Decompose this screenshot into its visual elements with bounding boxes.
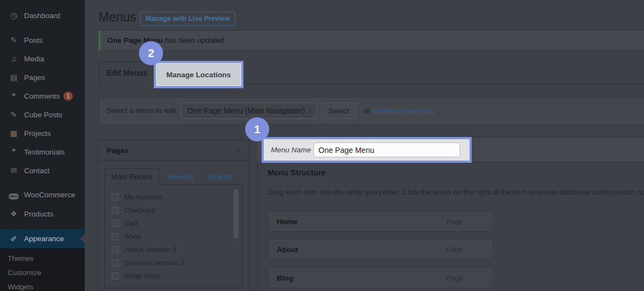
menu-item-about[interactable]: About Page▼ — [268, 239, 493, 260]
sidebar-item-testimonials[interactable]: ❞Testimonials — [0, 142, 85, 161]
pages-checklist: My Account Checkout Cart Shop About Vers… — [105, 184, 242, 288]
sidebar-item-cube-posts[interactable]: ✎Cube Posts — [0, 105, 85, 124]
comments-count-badge: 1 — [63, 92, 73, 101]
sidebar-item-projects[interactable]: ▦Projects — [0, 124, 85, 142]
sidebar-item-label: Cube Posts — [24, 111, 62, 119]
tab-view-all[interactable]: View All — [161, 169, 199, 185]
step-2-callout: 2 — [139, 41, 163, 65]
tab-manage-locations[interactable]: Manage Locations — [154, 61, 243, 88]
checkbox-my-account[interactable] — [112, 193, 119, 201]
menu-item-type: Page — [446, 218, 463, 226]
checklist-row: Shop Wide — [112, 269, 242, 282]
sidebar-item-label: Media — [24, 55, 44, 63]
select-menu-button[interactable]: Select — [321, 102, 356, 119]
or-create-menu-text: or create a new menu. — [364, 98, 437, 124]
sidebar-item-contact[interactable]: ✉Contact — [0, 161, 85, 180]
tab-most-recent[interactable]: Most Recent — [105, 168, 159, 185]
checkbox-label: Services version 3 — [124, 259, 184, 267]
admin-sidebar: ◷Dashboard ✎Posts ♫Media ▤Pages ❝Comment… — [0, 0, 85, 291]
submenu-item-themes[interactable]: Themes — [0, 252, 85, 266]
sidebar-item-label: Products — [24, 210, 53, 218]
tab-manage-locations-label: Manage Locations — [166, 71, 231, 79]
envelope-icon: ✉ — [7, 166, 20, 175]
submenu-item-widgets[interactable]: Widgets — [0, 280, 85, 291]
sidebar-item-label: Contact — [24, 167, 50, 175]
pages-panel-header[interactable]: Pages ▲ — [98, 140, 249, 161]
woocommerce-icon: Woo — [7, 190, 20, 199]
active-menu-arrow — [80, 235, 85, 243]
pages-panel-title: Pages — [107, 140, 129, 161]
pages-accordion-panel: Pages ▲ Most Recent View All Search My A… — [97, 140, 250, 291]
notice-text: has been updated. — [163, 36, 226, 44]
checklist-row: Services version 3 — [112, 256, 242, 269]
pushpin-icon: ✎ — [7, 36, 20, 44]
paintbrush-icon: ✐ — [7, 235, 20, 243]
checkbox-label: Shop Wide — [124, 272, 160, 280]
sidebar-item-posts[interactable]: ✎Posts — [0, 31, 85, 49]
checkbox-checkout[interactable] — [112, 207, 119, 214]
dropdown-updown-icon: ▲▼ — [308, 107, 312, 115]
checkbox-label: My Account — [124, 193, 163, 201]
menu-item-title: Home — [277, 218, 298, 226]
sidebar-item-products[interactable]: ❖Products — [0, 204, 85, 223]
checkbox-label: Cart — [124, 219, 138, 227]
sidebar-item-appearance[interactable]: ✐Appearance — [0, 229, 85, 248]
checklist-row: Shop — [112, 230, 242, 243]
tab-edit-menus[interactable]: Edit Menus — [99, 61, 155, 84]
sidebar-item-label: Dashboard — [24, 12, 60, 20]
menu-name-input[interactable] — [314, 142, 460, 157]
menu-item-title: About — [277, 246, 298, 254]
menu-select-bar: Select a menu to edit: One Page Menu (Ma… — [98, 97, 644, 124]
menu-name-label: Menu Name — [271, 146, 314, 154]
tab-search[interactable]: Search — [202, 169, 237, 185]
sidebar-item-pages[interactable]: ▤Pages — [0, 68, 85, 87]
comment-bubble-icon: ❝ — [7, 92, 20, 100]
checklist-scrollbar[interactable] — [234, 189, 239, 238]
sidebar-item-label: Comments — [24, 92, 60, 100]
product-box-icon: ❖ — [7, 209, 20, 218]
wordpress-admin-menus-screen: ◷Dashboard ✎Posts ♫Media ▤Pages ❝Comment… — [0, 0, 644, 291]
checklist-row: My Account — [112, 190, 242, 203]
sidebar-item-comments[interactable]: ❝Comments1 — [0, 87, 85, 105]
manage-live-preview-button[interactable]: Manage with Live Preview — [140, 12, 235, 26]
checkbox-cart[interactable] — [112, 220, 119, 227]
expand-arrow-icon[interactable]: ▼ — [478, 219, 484, 225]
checkbox-label: About Version 3 — [124, 246, 176, 254]
media-icon: ♫ — [7, 54, 20, 63]
checkbox-label: Shop — [124, 232, 142, 241]
sidebar-item-woocommerce[interactable]: WooWooCommerce — [0, 185, 85, 204]
sidebar-item-dashboard[interactable]: ◷Dashboard — [0, 6, 85, 25]
sidebar-item-label: Appearance — [24, 235, 64, 243]
sidebar-item-label: Pages — [24, 73, 45, 82]
expand-arrow-icon[interactable]: ▼ — [478, 275, 484, 281]
menu-select-dropdown[interactable]: One Page Menu (Main Navigation) ▲▼ — [181, 102, 317, 119]
menu-item-home[interactable]: Home Page▼ — [268, 211, 493, 232]
expand-arrow-icon[interactable]: ▼ — [478, 247, 484, 253]
submenu-item-customize[interactable]: Customize — [0, 266, 85, 280]
checkbox-shop-wide[interactable] — [112, 272, 119, 279]
checkbox-label: Checkout — [124, 206, 155, 214]
checkbox-shop[interactable] — [112, 233, 119, 240]
menu-item-title: Blog — [277, 274, 293, 282]
collapse-arrow-icon[interactable]: ▲ — [236, 140, 241, 161]
dashboard-icon: ◷ — [7, 11, 20, 20]
pages-panel-body: Most Recent View All Search My Account C… — [98, 161, 249, 288]
menu-item-blog[interactable]: Blog Page▼ — [268, 267, 493, 288]
sidebar-item-label: Projects — [24, 129, 51, 138]
appearance-submenu: Themes Customize Widgets — [0, 248, 85, 291]
sidebar-item-label: WooCommerce — [24, 191, 76, 199]
sidebar-item-label: Posts — [24, 36, 43, 44]
checkbox-about-version-3[interactable] — [112, 246, 119, 253]
menu-item-type: Page — [446, 274, 463, 282]
step-1-callout: 1 — [245, 117, 269, 141]
checkbox-services-version-3[interactable] — [112, 259, 119, 266]
sidebar-item-media[interactable]: ♫Media — [0, 49, 85, 68]
checklist-row: About Version 3 — [112, 243, 242, 256]
sidebar-item-label: Testimonials — [24, 148, 65, 156]
pages-icon: ▤ — [7, 73, 20, 82]
create-new-menu-link[interactable]: create a new menu — [373, 106, 436, 115]
menu-structure-section: Menu Structure Drag each item into the o… — [257, 163, 644, 291]
menu-select-label: Select a menu to edit: — [107, 98, 178, 124]
checklist-row: Checkout — [112, 203, 242, 216]
menu-structure-heading: Menu Structure — [268, 168, 326, 177]
